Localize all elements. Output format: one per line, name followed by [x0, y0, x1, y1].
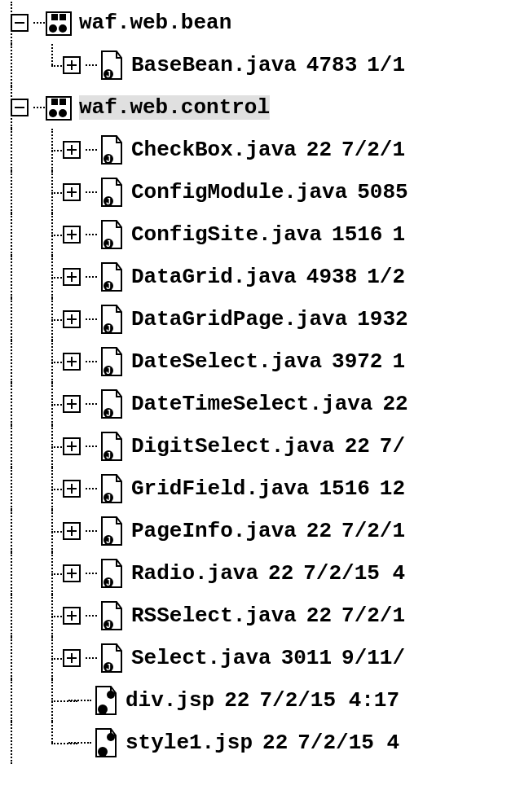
file-date: 7/2/1 — [341, 604, 405, 628]
expand-icon[interactable] — [63, 522, 81, 540]
file-label[interactable]: DataGridPage.java1932 — [131, 307, 408, 331]
file-label[interactable]: ConfigModule.java5085 — [131, 180, 408, 204]
file-label[interactable]: RSSelect.java227/2/1 — [131, 604, 405, 628]
java-file-icon — [97, 50, 125, 81]
file-label[interactable]: GridField.java151612 — [131, 476, 405, 501]
tree-file-row[interactable]: DataGridPage.java1932 — [0, 298, 511, 340]
expand-icon[interactable] — [63, 480, 81, 498]
file-name: BaseBean.java — [131, 53, 297, 77]
tree-file-row[interactable]: BaseBean.java47831/1 — [0, 44, 511, 86]
tree-file-row[interactable]: DateSelect.java39721 — [0, 340, 511, 383]
expand-icon[interactable] — [63, 310, 81, 328]
file-label[interactable]: DateTimeSelect.java22 — [131, 392, 408, 416]
package-label[interactable]: waf.web.control — [79, 95, 270, 120]
file-label[interactable]: BaseBean.java47831/1 — [131, 53, 405, 77]
expand-icon[interactable] — [63, 226, 81, 244]
tree-file-row[interactable]: Select.java30119/11/ — [0, 637, 511, 679]
file-name: RSSelect.java — [131, 604, 297, 628]
tree-line — [86, 149, 97, 151]
tree-line — [41, 679, 72, 722]
tree-file-row[interactable]: CheckBox.java227/2/1 — [0, 129, 511, 171]
tree-package-row[interactable]: waf.web.control — [0, 86, 511, 129]
file-label[interactable]: div.jsp227/2/15 4:17 — [126, 688, 399, 713]
java-file-icon — [97, 600, 125, 631]
java-file-icon — [97, 134, 125, 165]
file-date: 7/ — [380, 434, 405, 459]
tree-file-row[interactable]: PageInfo.java227/2/1 — [0, 510, 511, 552]
file-label[interactable]: DateSelect.java39721 — [131, 349, 405, 374]
file-label[interactable]: PageInfo.java227/2/1 — [131, 519, 405, 543]
java-file-icon — [97, 431, 125, 462]
file-name: ConfigModule.java — [131, 180, 347, 204]
collapse-icon[interactable] — [11, 99, 29, 116]
expand-icon[interactable] — [63, 56, 81, 74]
tree-file-row[interactable]: Radio.java227/2/15 4 — [0, 552, 511, 595]
tree-line — [86, 403, 97, 405]
expand-icon[interactable] — [63, 607, 81, 625]
expand-icon[interactable] — [63, 649, 81, 667]
file-name: CheckBox.java — [131, 138, 297, 162]
java-file-icon — [97, 261, 125, 292]
file-date: 1 — [392, 222, 405, 247]
expand-icon[interactable] — [63, 395, 81, 413]
tree-file-row[interactable]: ConfigModule.java5085 — [0, 171, 511, 213]
tree-line — [0, 467, 41, 510]
file-label[interactable]: style1.jsp227/2/15 4 — [126, 731, 399, 755]
expand-icon[interactable] — [63, 564, 81, 582]
tree-file-row[interactable]: DigitSelect.java227/ — [0, 425, 511, 467]
java-file-icon — [97, 643, 125, 674]
file-label[interactable]: DigitSelect.java227/ — [131, 434, 405, 459]
jsp-file-icon — [91, 727, 119, 758]
tree-line — [0, 510, 41, 552]
file-date: 7/2/15 4 — [297, 731, 399, 755]
expand-icon[interactable] — [63, 141, 81, 159]
tree-line — [86, 446, 97, 447]
tree-line — [0, 44, 41, 86]
jsp-file-icon — [91, 685, 119, 716]
collapse-icon[interactable] — [11, 14, 29, 32]
tree-line — [0, 171, 41, 213]
file-date: 7/2/1 — [341, 519, 405, 543]
file-size: 22 — [224, 688, 249, 713]
tree-package-row[interactable]: waf.web.bean — [0, 2, 511, 44]
file-name: DateSelect.java — [131, 349, 322, 374]
file-label[interactable]: DataGrid.java49381/2 — [131, 265, 405, 289]
expand-icon[interactable] — [63, 437, 81, 455]
tree-file-row[interactable]: RSSelect.java227/2/1 — [0, 595, 511, 637]
tree-file-row[interactable]: div.jsp227/2/15 4:17 — [0, 679, 511, 722]
tree-line — [86, 361, 97, 362]
file-name: DataGridPage.java — [131, 307, 347, 331]
file-label[interactable]: Radio.java227/2/15 4 — [131, 561, 405, 586]
file-label[interactable]: CheckBox.java227/2/1 — [131, 138, 405, 162]
expand-icon[interactable] — [63, 353, 81, 371]
file-name: ConfigSite.java — [131, 222, 322, 247]
java-file-icon — [97, 558, 125, 589]
tree-file-row[interactable]: ConfigSite.java15161 — [0, 213, 511, 256]
file-name: GridField.java — [131, 476, 309, 501]
tree-line — [0, 425, 41, 467]
file-size: 22 — [268, 561, 293, 586]
java-file-icon — [97, 473, 125, 504]
file-date: 7/2/15 4 — [303, 561, 405, 586]
file-label[interactable]: ConfigSite.java15161 — [131, 222, 405, 247]
tree-file-row[interactable]: GridField.java151612 — [0, 467, 511, 510]
tree-line — [86, 191, 97, 193]
file-label[interactable]: Select.java30119/11/ — [131, 646, 405, 670]
expand-icon[interactable] — [63, 268, 81, 286]
file-date: 1/1 — [367, 53, 405, 77]
tree-file-row[interactable]: style1.jsp227/2/15 4 — [0, 722, 511, 764]
tree-line — [0, 298, 41, 340]
file-size: 22 — [306, 604, 332, 628]
tree-line — [0, 256, 41, 298]
expand-icon[interactable] — [63, 183, 81, 201]
tree-line — [0, 637, 41, 679]
tree-line — [86, 615, 97, 617]
tree-file-row[interactable]: DataGrid.java49381/2 — [0, 256, 511, 298]
package-label[interactable]: waf.web.bean — [79, 11, 231, 35]
file-date: 1/2 — [367, 265, 405, 289]
file-size: 22 — [262, 731, 288, 755]
tree-line — [0, 722, 41, 764]
package-icon — [45, 92, 73, 123]
tree-line — [41, 722, 72, 764]
tree-file-row[interactable]: DateTimeSelect.java22 — [0, 383, 511, 425]
